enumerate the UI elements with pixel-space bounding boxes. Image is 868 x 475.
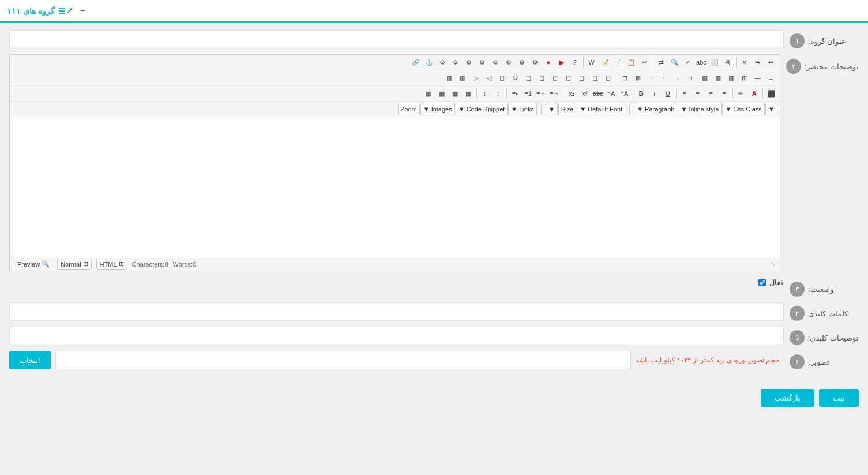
tb-remove[interactable]: ✕ (738, 56, 751, 69)
tb-col-left[interactable]: ← (659, 72, 671, 84)
html-mode-btn[interactable]: ⊞ HTML (96, 259, 127, 270)
tb-col-right[interactable]: → (645, 72, 658, 84)
tb-align-left[interactable]: ≡ (692, 87, 704, 100)
tb-size[interactable]: Size (558, 103, 576, 115)
tb-align-justify[interactable]: ≡ (678, 87, 691, 100)
tb-align-right[interactable]: ≡ (718, 87, 731, 100)
tb-find[interactable]: 🔍 (668, 56, 681, 69)
tb-indent[interactable]: →≡ (548, 87, 561, 100)
editor-body[interactable] (10, 117, 780, 256)
tb-frame4[interactable]: ◻ (562, 72, 575, 84)
group-title-input[interactable] (9, 30, 784, 48)
tb-underline[interactable]: U (662, 87, 674, 100)
tb-up-arrow[interactable]: ↕ (492, 87, 505, 100)
tb-grid4[interactable]: ▦ (422, 87, 435, 100)
tb-grid[interactable]: ▦ (462, 87, 475, 100)
tb-media3[interactable]: ◻ (523, 72, 535, 84)
tb-frame[interactable]: ◻ (602, 72, 615, 84)
tb-images[interactable]: Images ▼ (420, 103, 455, 115)
tb-help[interactable]: ? (569, 56, 581, 69)
tb-plugin5[interactable]: ⚙ (476, 56, 489, 69)
tb-grid3[interactable]: ▦ (435, 87, 448, 100)
tb-symbol[interactable]: Ω (509, 72, 522, 84)
tb-highlight[interactable]: ✏ (735, 87, 747, 100)
tb-outdent[interactable]: ←≡ (535, 87, 548, 100)
tb-plugin7[interactable]: ⚙ (449, 56, 462, 69)
tb-default-font[interactable]: Default Font ▼ (577, 103, 625, 115)
tb-ltr[interactable]: ▷ (469, 72, 482, 84)
tb-align-center[interactable]: ≡ (705, 87, 717, 100)
tb-plugin1[interactable]: ⚙ (529, 56, 542, 69)
tb-copy[interactable]: 📋 (625, 56, 638, 69)
tb-split[interactable]: ⊡ (619, 72, 632, 84)
tb-frame2[interactable]: ◻ (589, 72, 602, 84)
tb-paste[interactable]: 📄 (612, 56, 625, 69)
keywords-input[interactable] (9, 302, 784, 321)
tb-table3[interactable]: ▦ (712, 72, 724, 84)
tb-plugin8[interactable]: ⚙ (436, 56, 449, 69)
tb-check[interactable]: ✓ (682, 56, 694, 69)
tb-rtl[interactable]: ◁ (483, 72, 495, 84)
tb-strikethrough[interactable]: abc (592, 87, 604, 100)
tb-superscript[interactable]: x² (578, 87, 591, 100)
tb-ordered-list[interactable]: 1≡ (522, 87, 535, 100)
tb-table[interactable]: ⊞ (738, 72, 751, 84)
image-path-input[interactable] (55, 351, 631, 369)
submit-btn[interactable]: ثبت (819, 389, 859, 407)
tb-special[interactable]: ◻ (496, 72, 509, 84)
tb-paragraph[interactable]: Paragraph ▼ (634, 103, 677, 115)
tb-zoom[interactable]: Zoom (398, 103, 420, 115)
tb-merge[interactable]: ⊠ (632, 72, 645, 84)
back-btn[interactable]: بازگشت (761, 389, 814, 407)
maximize-icon[interactable]: ⤢ (66, 5, 73, 16)
tb-bold[interactable]: B (635, 87, 648, 100)
tb-block2[interactable]: ▦ (443, 72, 456, 84)
tb-size-arrow[interactable]: ▼ (546, 103, 558, 115)
tb-media[interactable]: ◻ (549, 72, 562, 84)
tb-font-smaller[interactable]: A⁻ (605, 87, 618, 100)
tb-frame3[interactable]: ◻ (576, 72, 588, 84)
tb-plugin3[interactable]: ⚙ (502, 56, 515, 69)
tb-font-color[interactable]: A (748, 87, 761, 100)
tb-undo[interactable]: ↩ (765, 56, 777, 69)
tb-youtube[interactable]: ▶ (555, 56, 568, 69)
tb-link[interactable]: 🔗 (409, 56, 422, 69)
tb-paste-text[interactable]: 📝 (599, 56, 611, 69)
status-checkbox[interactable] (758, 279, 766, 286)
tb-redo[interactable]: ↪ (751, 56, 764, 69)
tb-unordered-list[interactable]: •≡ (509, 87, 521, 100)
tb-block[interactable]: ▦ (456, 72, 469, 84)
minimize-icon[interactable]: − (80, 6, 85, 16)
tb-subscript[interactable]: x₂ (565, 87, 578, 100)
tb-table4[interactable]: ▦ (698, 72, 711, 84)
resize-handle[interactable]: ⤡ (771, 261, 775, 267)
tb-code-snippet[interactable]: Code Snippet ▼ (456, 103, 508, 115)
tb-css-class[interactable]: Css Class ▼ (722, 103, 764, 115)
meta-desc-input[interactable] (9, 327, 784, 345)
tb-font-bigger[interactable]: A⁺ (618, 87, 631, 100)
tb-spellcheck[interactable]: abc (695, 56, 708, 69)
tb-replace[interactable]: ⇄ (655, 56, 668, 69)
tb-italic[interactable]: I (648, 87, 661, 100)
normal-mode-btn[interactable]: ⊡ Normal (57, 259, 91, 270)
tb-format[interactable]: ⬛ (765, 87, 777, 100)
tb-paste-word[interactable]: W (585, 56, 598, 69)
tb-video[interactable]: ● (542, 56, 555, 69)
tb-links[interactable]: Links ▼ (508, 103, 537, 115)
tb-media2[interactable]: ◻ (536, 72, 548, 84)
tb-down-arrow[interactable]: ↕ (479, 87, 491, 100)
tb-row-down[interactable]: ↓ (672, 72, 685, 84)
tb-plugin2[interactable]: ⚙ (516, 56, 528, 69)
tb-hr[interactable]: — (751, 72, 764, 84)
tb-plugin6[interactable]: ⚙ (463, 56, 475, 69)
tb-dd-trigger[interactable]: ▼ (765, 103, 777, 115)
preview-btn[interactable]: 🔍 Preview (14, 259, 52, 269)
tb-justify-full[interactable]: ≡ (765, 72, 777, 84)
tb-grid2[interactable]: ▦ (449, 87, 461, 100)
tb-anchor[interactable]: ⚓ (423, 56, 435, 69)
tb-inline-style[interactable]: Inline style ▼ (678, 103, 722, 115)
tb-plugin4[interactable]: ⚙ (489, 56, 502, 69)
tb-cut[interactable]: ✂ (638, 56, 651, 69)
tb-row-up[interactable]: ↑ (685, 72, 698, 84)
tb-table2[interactable]: ▦ (725, 72, 738, 84)
